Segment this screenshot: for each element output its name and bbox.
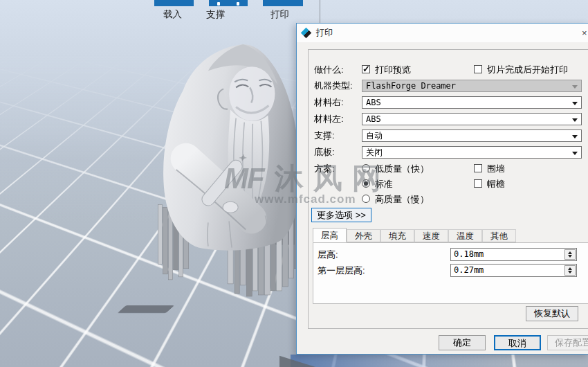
- raft-row: 底板: 关闭: [309, 146, 588, 159]
- brim-label: 帽檐: [487, 178, 505, 190]
- print-options-group: 做什么: 打印预览 切片完成后开始打印 机器类型: FlashForge Dre…: [308, 49, 588, 329]
- support-value: 自动: [366, 131, 383, 141]
- support-row: 支撑: 自动: [309, 129, 588, 142]
- settings-tabs: 层高 外壳 填充 速度 温度 其他: [313, 228, 516, 242]
- close-icon[interactable]: ×: [582, 28, 588, 38]
- chevron-down-icon: [572, 135, 578, 138]
- layer-height-stepper[interactable]: [564, 249, 576, 260]
- material-left-value: ABS: [366, 114, 381, 124]
- restore-defaults-button[interactable]: 恢复默认: [526, 306, 578, 321]
- toolbar-print-button[interactable]: 打印: [270, 8, 289, 21]
- chevron-down-icon: [572, 118, 578, 122]
- more-options-button[interactable]: 更多选项 >>: [311, 208, 371, 222]
- material-right-dropdown[interactable]: ABS: [362, 96, 582, 109]
- quality-low-label: 低质量（快）: [375, 163, 429, 175]
- tab-speed[interactable]: 速度: [414, 229, 448, 242]
- first-layer-height-value: 0.27mm: [454, 265, 484, 275]
- flashprint-app-icon: [301, 28, 312, 39]
- print-icon[interactable]: [263, 0, 303, 6]
- wall-checkbox[interactable]: [474, 164, 482, 172]
- tab-shell[interactable]: 外壳: [347, 229, 380, 242]
- floor-shading: [291, 355, 512, 367]
- quality-standard-label: 标准: [375, 178, 393, 190]
- preview-label: 打印预览: [375, 64, 411, 76]
- machine-type-dropdown: FlashForge Dreamer: [362, 80, 582, 92]
- start-after-slice-checkbox[interactable]: [474, 65, 482, 73]
- material-left-dropdown[interactable]: ABS: [362, 113, 582, 125]
- layer-height-label: 层高:: [318, 248, 338, 261]
- support-dropdown[interactable]: 自动: [362, 129, 582, 142]
- cancel-button[interactable]: 取消: [494, 335, 541, 350]
- scheme-row-standard: 标准 帽檐: [309, 178, 588, 190]
- dialog-titlebar[interactable]: 打印 ×: [297, 24, 588, 42]
- brim-checkbox[interactable]: [474, 179, 482, 188]
- chevron-down-icon: [572, 102, 578, 105]
- machine-type-value: FlashForge Dreamer: [366, 81, 456, 91]
- layer-height-input[interactable]: 0.18mm: [450, 248, 577, 261]
- scheme-row-low: 方案: 低质量（快） 围墙: [309, 163, 588, 175]
- quality-low-radio[interactable]: [362, 164, 370, 172]
- tab-temperature[interactable]: 温度: [448, 229, 482, 242]
- toolbar-support-button[interactable]: 支撑: [206, 8, 225, 21]
- wall-label: 围墙: [487, 163, 505, 175]
- what-row: 做什么: 打印预览 切片完成后开始打印: [309, 64, 588, 76]
- chevron-down-icon: [572, 85, 578, 89]
- layer-height-value: 0.18mm: [454, 249, 484, 259]
- first-layer-height-label: 第一层层高:: [318, 264, 365, 277]
- scheme-label: 方案:: [314, 163, 335, 175]
- quality-standard-radio[interactable]: [362, 179, 370, 188]
- model-shadow: [118, 305, 174, 313]
- quality-high-radio[interactable]: [362, 195, 370, 203]
- first-layer-height-input[interactable]: 0.27mm: [450, 264, 577, 277]
- ok-button[interactable]: 确定: [439, 335, 486, 350]
- what-label: 做什么:: [314, 64, 344, 76]
- tab-infill[interactable]: 填充: [380, 229, 414, 242]
- load-icon[interactable]: [154, 0, 194, 6]
- material-right-label: 材料右:: [314, 96, 344, 109]
- first-layer-stepper[interactable]: [564, 265, 576, 276]
- dialog-title: 打印: [316, 27, 333, 39]
- quality-high-label: 高质量（慢）: [375, 193, 429, 206]
- print-dialog: 打印 × 做什么: 打印预览 切片完成后开始打印 机器类型: FlashForg…: [296, 23, 588, 355]
- raft-value: 关闭: [366, 147, 383, 157]
- material-left-row: 材料左: ABS: [309, 113, 588, 125]
- preview-checkbox[interactable]: [362, 65, 370, 73]
- machine-row: 机器类型: FlashForge Dreamer: [309, 80, 588, 92]
- scheme-row-high: 高质量（慢）: [309, 193, 588, 206]
- build-volume-edge: [320, 0, 320, 24]
- material-right-value: ABS: [366, 98, 381, 107]
- supports-icon[interactable]: [209, 0, 248, 6]
- stepper-down-icon[interactable]: [565, 255, 575, 260]
- material-right-row: 材料右: ABS: [309, 96, 588, 109]
- support-label: 支撑:: [314, 129, 335, 142]
- machine-type-label: 机器类型:: [314, 80, 353, 92]
- material-left-label: 材料左:: [314, 113, 344, 125]
- chevron-down-icon: [572, 152, 578, 155]
- start-after-slice-label: 切片完成后开始打印: [487, 64, 568, 76]
- layer-height-panel: 层高: 0.18mm 第一层层高: 0.27mm: [313, 242, 588, 304]
- raft-label: 底板:: [314, 146, 335, 159]
- tab-others[interactable]: 其他: [482, 229, 516, 242]
- model-statue[interactable]: [126, 40, 307, 298]
- tab-layer-height[interactable]: 层高: [313, 228, 347, 242]
- stepper-down-icon[interactable]: [565, 271, 575, 276]
- toolbar-load-button[interactable]: 载入: [163, 8, 182, 21]
- save-config-button: 保存配置: [547, 335, 588, 350]
- raft-dropdown[interactable]: 关闭: [362, 146, 582, 159]
